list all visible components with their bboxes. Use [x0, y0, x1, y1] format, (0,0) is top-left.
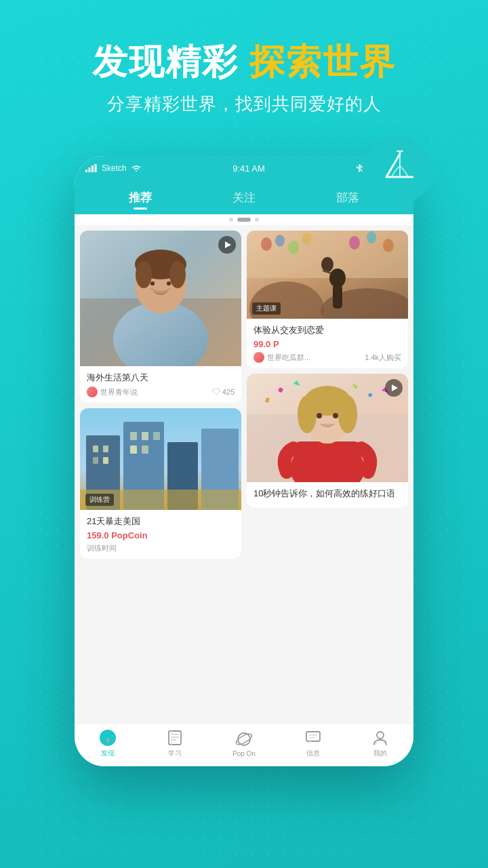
bottom-nav: 发现 学习	[75, 723, 413, 766]
card-man-body: 海外生活第八天 世界青年说 425	[80, 366, 241, 403]
bottom-item-discover[interactable]: 发现	[92, 726, 123, 761]
svg-rect-5	[92, 165, 94, 172]
author-name-2: 世界吃瓜群...	[267, 353, 310, 363]
likes-count-1: 425	[222, 388, 235, 396]
tent-icon	[382, 149, 418, 191]
card-couple[interactable]: 主题课 体验从交友到恋爱 99.0 P 世界吃瓜群... 1.4k人购买	[247, 231, 408, 368]
svg-rect-22	[93, 446, 98, 452]
author-avatar-1	[87, 387, 98, 397]
svg-rect-49	[293, 441, 361, 482]
card-man-author: 世界青年说	[87, 387, 138, 397]
title-highlight: 探索世界	[249, 42, 396, 81]
card-buildings[interactable]: 训练营 21天暴走美国 159.0 PopCoin 训练时间	[80, 408, 241, 559]
phone-mockup: Sketch 9:41 AM 100%	[75, 156, 413, 766]
play-triangle-2	[392, 384, 398, 391]
svg-rect-30	[142, 446, 148, 454]
author-avatar-2	[253, 352, 264, 363]
bottom-item-messages[interactable]: 信息	[298, 726, 329, 761]
card-couple-image: 主题课	[247, 231, 408, 319]
person-icon	[371, 729, 389, 747]
play-button-girl[interactable]	[385, 379, 403, 397]
svg-rect-4	[89, 167, 91, 172]
card-couple-body: 体验从交友到恋爱 99.0 P 世界吃瓜群... 1.4k人购买	[247, 319, 408, 368]
bottom-item-mine[interactable]: 我的	[365, 726, 396, 761]
author-name-1: 世界青年说	[100, 387, 138, 397]
book-icon	[166, 729, 184, 747]
card-buildings-image: 训练营	[80, 408, 241, 510]
svg-point-39	[367, 231, 376, 243]
col-left: 海外生活第八天 世界青年说 425	[80, 231, 241, 717]
study-label: 学习	[168, 749, 182, 758]
card-buildings-meta: 训练时间	[87, 543, 235, 553]
header-subtitle: 分享精彩世界，找到共同爱好的人	[0, 92, 488, 116]
card-man[interactable]: 海外生活第八天 世界青年说 425	[80, 231, 241, 403]
status-left: Sketch	[85, 163, 142, 173]
card-man-meta: 世界青年说 425	[87, 387, 235, 397]
phone-frame: Sketch 9:41 AM 100%	[75, 156, 413, 766]
dot-2	[237, 218, 251, 222]
svg-rect-23	[103, 446, 108, 452]
svg-point-54	[338, 395, 357, 433]
scroll-dots	[75, 214, 413, 225]
status-bar: Sketch 9:41 AM 100%	[75, 156, 413, 180]
status-time: 9:41 AM	[232, 163, 265, 174]
planet-icon	[235, 730, 253, 748]
messages-label: 信息	[306, 749, 320, 758]
svg-point-55	[317, 413, 322, 418]
svg-point-14	[169, 261, 186, 288]
svg-point-38	[349, 236, 360, 250]
card-girl-image	[247, 374, 408, 482]
purchase-count: 1.4k人购买	[365, 353, 401, 363]
card-buildings-title: 21天暴走美国	[87, 515, 235, 528]
svg-point-34	[261, 237, 272, 251]
svg-point-35	[275, 235, 285, 247]
header-title: 发现精彩 探索世界	[0, 41, 488, 83]
svg-point-37	[302, 233, 312, 245]
header-area: 发现精彩 探索世界 分享精彩世界，找到共同爱好的人	[0, 41, 488, 116]
popon-label: Pop On	[232, 750, 256, 757]
tent-bubble	[366, 136, 434, 203]
card-man-title: 海外生活第八天	[87, 372, 235, 384]
svg-point-53	[298, 395, 317, 433]
chat-icon	[304, 729, 322, 747]
svg-rect-26	[130, 432, 137, 440]
play-button-man[interactable]	[218, 236, 236, 254]
tag-buildings: 训练营	[85, 494, 114, 506]
card-girl-body: 10秒钟告诉你，如何高效的练好口语	[247, 482, 408, 508]
mine-label: 我的	[373, 749, 387, 758]
svg-point-13	[136, 261, 152, 288]
svg-point-15	[150, 281, 155, 285]
content-area: 海外生活第八天 世界青年说 425	[75, 225, 413, 723]
svg-rect-29	[130, 446, 137, 454]
svg-rect-44	[333, 285, 342, 309]
svg-rect-27	[142, 432, 148, 440]
tab-tribe[interactable]: 部落	[328, 184, 367, 211]
tab-follow[interactable]: 关注	[224, 184, 264, 211]
card-man-image	[80, 231, 241, 366]
card-girl-title: 10秒钟告诉你，如何高效的练好口语	[253, 488, 401, 500]
svg-rect-25	[103, 457, 108, 464]
card-couple-price: 99.0 P	[253, 339, 401, 349]
svg-rect-28	[153, 432, 160, 440]
bottom-item-study[interactable]: 学习	[159, 726, 190, 761]
card-buildings-price: 159.0 PopCoin	[87, 530, 235, 540]
svg-point-45	[321, 257, 333, 272]
bottom-item-popon[interactable]: Pop On	[226, 728, 262, 760]
svg-point-16	[167, 281, 171, 285]
svg-rect-6	[95, 164, 97, 172]
card-buildings-body: 21天暴走美国 159.0 PopCoin 训练时间	[80, 510, 241, 559]
card-girl[interactable]: 10秒钟告诉你，如何高效的练好口语	[247, 374, 408, 508]
svg-point-74	[377, 732, 384, 738]
dot-3	[255, 218, 259, 222]
card-couple-author: 世界吃瓜群...	[253, 352, 310, 363]
col-right: 主题课 体验从交友到恋爱 99.0 P 世界吃瓜群... 1.4k人购买	[247, 231, 408, 717]
card-couple-title: 体验从交友到恋爱	[253, 324, 401, 336]
dot-1	[229, 218, 233, 222]
carrier-name: Sketch	[102, 163, 127, 173]
svg-point-40	[383, 239, 394, 252]
compass-icon	[99, 729, 117, 747]
play-triangle	[225, 241, 231, 248]
phone-nav[interactable]: 推荐 关注 部落	[75, 180, 413, 214]
tab-recommend[interactable]: 推荐	[121, 184, 160, 211]
svg-point-43	[329, 269, 346, 288]
